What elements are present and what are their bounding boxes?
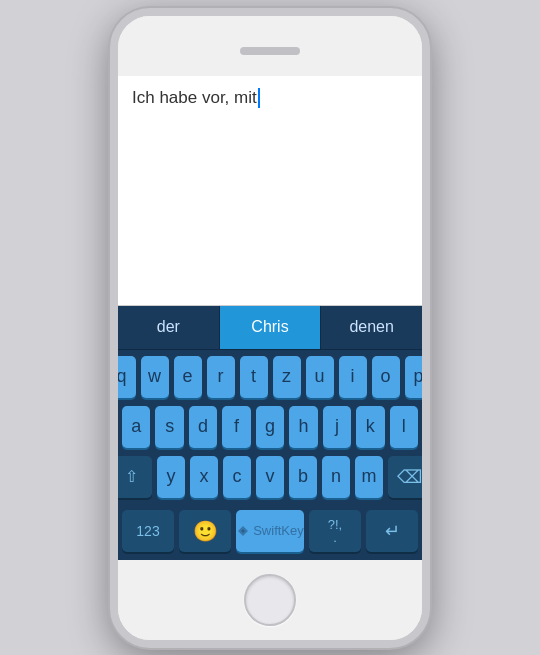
- cursor: [258, 88, 260, 108]
- key-n[interactable]: n: [322, 456, 350, 498]
- key-t[interactable]: t: [240, 356, 268, 398]
- key-z[interactable]: z: [273, 356, 301, 398]
- key-b[interactable]: b: [289, 456, 317, 498]
- space-key[interactable]: SwiftKey: [236, 510, 304, 552]
- autocomplete-chris[interactable]: Chris: [220, 306, 322, 349]
- key-c[interactable]: c: [223, 456, 251, 498]
- autocomplete-denen[interactable]: denen: [321, 306, 422, 349]
- key-f[interactable]: f: [222, 406, 250, 448]
- shift-icon: ⇧: [125, 467, 138, 486]
- autocomplete-bar: der Chris denen: [118, 306, 422, 350]
- key-i[interactable]: i: [339, 356, 367, 398]
- key-x[interactable]: x: [190, 456, 218, 498]
- key-o[interactable]: o: [372, 356, 400, 398]
- text-area[interactable]: Ich habe vor, mit: [118, 76, 422, 306]
- return-icon: ↵: [385, 520, 400, 542]
- key-row-2: a s d f g h j k l: [122, 406, 418, 448]
- text-content: Ich habe vor, mit: [132, 88, 257, 108]
- return-key[interactable]: ↵: [366, 510, 418, 552]
- key-y[interactable]: y: [157, 456, 185, 498]
- key-a[interactable]: a: [122, 406, 150, 448]
- key-k[interactable]: k: [356, 406, 384, 448]
- key-s[interactable]: s: [155, 406, 183, 448]
- speaker: [240, 47, 300, 55]
- emoji-key[interactable]: 🙂: [179, 510, 231, 552]
- shift-key[interactable]: ⇧: [110, 456, 152, 498]
- bottom-row: 123 🙂 SwiftKey ?!, . ↵: [118, 510, 422, 560]
- key-d[interactable]: d: [189, 406, 217, 448]
- key-r[interactable]: r: [207, 356, 235, 398]
- backspace-key[interactable]: ⌫: [388, 456, 430, 498]
- keyboard-container: der Chris denen q w e r t z u i o p: [118, 306, 422, 560]
- backspace-icon: ⌫: [397, 466, 422, 488]
- key-e[interactable]: e: [174, 356, 202, 398]
- phone-bottom: [118, 560, 422, 640]
- key-h[interactable]: h: [289, 406, 317, 448]
- swiftkey-icon: [236, 524, 250, 538]
- key-q[interactable]: q: [110, 356, 136, 398]
- swiftkey-logo: SwiftKey: [236, 523, 304, 538]
- key-l[interactable]: l: [390, 406, 418, 448]
- key-j[interactable]: j: [323, 406, 351, 448]
- key-u[interactable]: u: [306, 356, 334, 398]
- home-button[interactable]: [244, 574, 296, 626]
- phone-top: [118, 16, 422, 76]
- key-p[interactable]: p: [405, 356, 431, 398]
- emoji-icon: 🙂: [193, 519, 218, 543]
- keyboard-rows: q w e r t z u i o p a s d f g h j k: [118, 350, 422, 510]
- key-g[interactable]: g: [256, 406, 284, 448]
- key-row-3: ⇧ y x c v b n m ⌫: [122, 456, 418, 498]
- numbers-key[interactable]: 123: [122, 510, 174, 552]
- key-v[interactable]: v: [256, 456, 284, 498]
- key-row-1: q w e r t z u i o p: [122, 356, 418, 398]
- key-w[interactable]: w: [141, 356, 169, 398]
- punct-key[interactable]: ?!, .: [309, 510, 361, 552]
- autocomplete-der[interactable]: der: [118, 306, 220, 349]
- key-m[interactable]: m: [355, 456, 383, 498]
- phone-frame: Ich habe vor, mit der Chris denen q w e …: [110, 8, 430, 648]
